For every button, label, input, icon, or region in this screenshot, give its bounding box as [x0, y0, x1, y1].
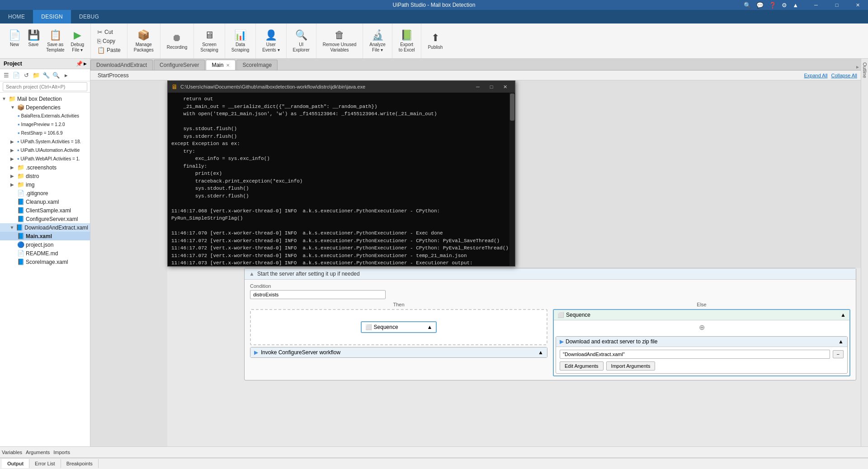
recording-button[interactable]: ⏺ Recording	[164, 30, 190, 52]
ui-explorer-button[interactable]: 🔍 UIExplorer	[290, 28, 312, 55]
terminal-scrollbar[interactable]	[509, 93, 515, 266]
tab-close-icon[interactable]: ✕	[226, 63, 230, 68]
else-add-icon[interactable]: ⊕	[554, 320, 849, 334]
tab-scroll-right-icon[interactable]: ▸	[856, 64, 859, 70]
edit-arguments-button[interactable]: Edit Arguments	[560, 361, 604, 371]
terminal-content[interactable]: return out _21_main_out = __serialize_di…	[168, 93, 515, 266]
screen-scraping-button[interactable]: 🖥 ScreenScraping	[198, 28, 221, 55]
list-item[interactable]: ▪ BalaRera.Externals.Activities	[0, 112, 90, 120]
help-icon[interactable]: ❓	[767, 2, 778, 9]
canvas-area[interactable]: 🖥 C:\Users\chiaw\Documents\Github\mailbo…	[90, 80, 861, 446]
else-plus-icon[interactable]: ⊕	[699, 324, 705, 331]
list-item[interactable]: ▶ 📘 ClientSample.xaml	[0, 206, 90, 215]
refresh-btn[interactable]: ↺	[22, 70, 31, 80]
nav-tabs: HOME DESIGN DEBUG	[0, 10, 868, 23]
close-button[interactable]: ✕	[847, 0, 868, 10]
minimize-ribbon-icon[interactable]: ▲	[791, 2, 800, 9]
tab-download-and-extract[interactable]: DownloadAndExtract	[90, 60, 153, 70]
list-view-btn[interactable]: ☰	[2, 70, 11, 80]
user-events-button[interactable]: 👤 UserEvents ▾	[259, 28, 282, 55]
list-item[interactable]: ▶ 📘 ConfigureServer.xaml	[0, 215, 90, 223]
cut-button[interactable]: ✂ Cut	[94, 28, 123, 37]
sequence-expand-icon[interactable]: ▲	[427, 324, 433, 330]
project-search-input[interactable]	[3, 82, 87, 91]
recording-label: Recording	[167, 45, 188, 50]
document-tabs: DownloadAndExtract ConfigureServer Main …	[90, 59, 861, 70]
tab-main[interactable]: Main ✕	[206, 60, 236, 70]
bottom-tabs: Output Error List Breakpoints	[0, 458, 868, 469]
else-seq-expand[interactable]: ▲	[840, 312, 846, 318]
download-expand-icon[interactable]: ▲	[838, 338, 844, 345]
list-item[interactable]: ▶ 📁 img	[0, 180, 90, 189]
then-block[interactable]: ⬜ Sequence ▲	[250, 309, 547, 345]
settings-icon[interactable]: ⚙	[780, 2, 789, 9]
save-as-label: Save asTemplate	[46, 42, 65, 53]
remove-button[interactable]: −	[833, 350, 844, 358]
breakpoints-tab[interactable]: Breakpoints	[61, 459, 99, 468]
feedback-icon[interactable]: 💬	[755, 2, 765, 9]
tab-design[interactable]: DESIGN	[33, 10, 71, 23]
list-item[interactable]: ▶ ▪ UiPath.System.Activities = 18.	[0, 137, 90, 146]
tree-item-label: img	[26, 182, 34, 188]
list-item[interactable]: ▶ 📄 .gitignore	[0, 189, 90, 197]
panel-pin-icon[interactable]: 📌	[76, 61, 83, 67]
save-as-template-button[interactable]: 📋 Save asTemplate	[43, 28, 67, 55]
list-item[interactable]: ▶ 📄 README.md	[0, 249, 90, 258]
filter-btn[interactable]: 🔍	[52, 70, 61, 80]
data-scraping-button[interactable]: 📊 DataScraping	[229, 28, 252, 55]
list-item[interactable]: ▪ ImagePreview = 1.2.0	[0, 120, 90, 129]
invoke-expand-icon[interactable]: ▲	[538, 349, 543, 356]
tab-score-image[interactable]: ScoreImage	[236, 60, 278, 70]
list-item[interactable]: ▶ 🔵 project.json	[0, 240, 90, 249]
terminal-close-button[interactable]: ✕	[499, 83, 511, 91]
publish-button[interactable]: ⬆ Publish	[425, 30, 445, 52]
manage-packages-button[interactable]: 📦 ManagePackages	[131, 28, 156, 55]
debug-button[interactable]: ▶ DebugFile ▾	[68, 28, 87, 55]
search-icon[interactable]: 🔍	[742, 2, 753, 9]
tab-configure-server[interactable]: ConfigureServer	[154, 60, 205, 70]
new-file-btn[interactable]: 📄	[12, 70, 21, 80]
output-tab[interactable]: Output	[2, 459, 29, 468]
export-excel-button[interactable]: 📗 Exportto Excel	[396, 28, 418, 55]
open-folder-btn[interactable]: 📁	[32, 70, 41, 80]
list-item[interactable]: ▶ 📘 Cleanup.xaml	[0, 197, 90, 206]
expand-all-button[interactable]: Expand All	[804, 73, 828, 78]
analyze-file-button[interactable]: 🔬 AnalyzeFile ▾	[367, 28, 388, 55]
collapse-all-button[interactable]: Collapse All	[831, 73, 857, 78]
expand-icon[interactable]: ▲	[249, 271, 255, 277]
list-item[interactable]: ▶ 📁 .screenshots	[0, 163, 90, 172]
minimize-button[interactable]: ─	[806, 0, 826, 10]
tree-root[interactable]: ▼ 📁 Mail box Detection	[0, 94, 90, 103]
panel-arrow-icon[interactable]: ▸	[84, 61, 86, 67]
list-item[interactable]: ▶ 📁 distro	[0, 172, 90, 180]
terminal-maximize-button[interactable]: □	[485, 83, 498, 91]
outline-tab[interactable]: Outline	[861, 59, 868, 82]
list-item[interactable]: ▶ ▪ UiPath.UIAutomation.Activitie	[0, 146, 90, 155]
remove-unused-button[interactable]: 🗑 Remove UnusedVariables	[320, 28, 359, 55]
then-sequence-block[interactable]: ⬜ Sequence ▲	[361, 321, 437, 333]
terminal-minimize-button[interactable]: ─	[472, 83, 484, 91]
settings-btn[interactable]: 🔧	[42, 70, 51, 80]
tab-debug[interactable]: DEBUG	[71, 10, 107, 23]
new-button[interactable]: 📄 New	[5, 28, 24, 55]
expand-btn[interactable]: ▸	[61, 70, 71, 80]
tab-home[interactable]: HOME	[0, 10, 33, 23]
imports-tab[interactable]: Imports	[53, 450, 70, 455]
paste-button[interactable]: 📋 Paste	[94, 46, 123, 55]
save-button[interactable]: 💾 Save	[24, 28, 42, 55]
list-item[interactable]: ▪ RestSharp = 106.6.9	[0, 129, 90, 137]
maximize-button[interactable]: □	[826, 0, 847, 10]
condition-input[interactable]	[250, 290, 386, 299]
error-list-tab[interactable]: Error List	[29, 459, 61, 468]
list-item[interactable]: ▼ 📘 DownloadAndExtract.xaml	[0, 223, 90, 232]
import-arguments-button[interactable]: Import Arguments	[606, 361, 656, 371]
tree-item-label: ClientSample.xaml	[26, 207, 71, 214]
list-item[interactable]: ▶ 📘 Main.xaml	[0, 232, 90, 240]
list-item[interactable]: ▶ ▪ UiPath.WebAPI.Activities = 1.	[0, 155, 90, 163]
copy-button[interactable]: ⎘ Copy	[94, 37, 123, 46]
variables-tab[interactable]: Variables	[2, 450, 22, 455]
download-value-input[interactable]	[560, 350, 830, 359]
tree-item-dependencies[interactable]: ▼ 📦 Dependencies	[0, 103, 90, 112]
arguments-tab[interactable]: Arguments	[26, 450, 50, 455]
list-item[interactable]: ▶ 📘 ScoreImage.xaml	[0, 258, 90, 266]
